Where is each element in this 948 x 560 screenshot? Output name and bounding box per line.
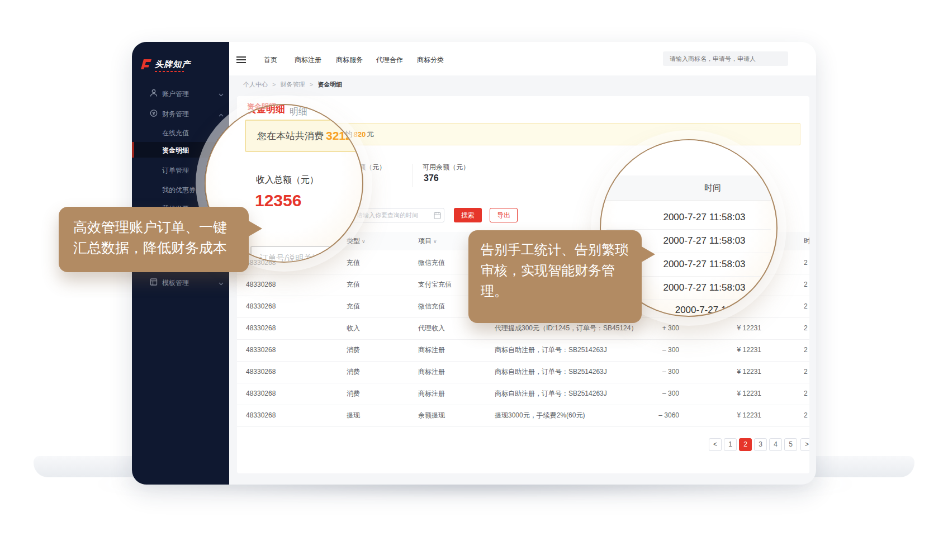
pagination-page-4[interactable]: 4 — [769, 438, 782, 451]
cell-type: 收入 — [347, 317, 360, 339]
top-header: 首页 商标注册 商标服务 代理合作 商标分类 — [229, 42, 816, 75]
cell-type: 消费 — [347, 339, 360, 361]
breadcrumb-separator: > — [272, 81, 276, 88]
search-button[interactable]: 搜索 — [454, 208, 482, 222]
callout-right-line1: 告别手工统计、告别繁琐 — [481, 239, 629, 260]
cell-order: 48330268 — [246, 405, 276, 426]
cell-type: 消费 — [347, 361, 360, 383]
cell-time: 2 — [804, 383, 808, 405]
nav-agency[interactable]: 代理合作 — [376, 55, 403, 65]
coin-icon — [150, 109, 158, 119]
cell-amount: + 300 — [634, 317, 679, 339]
cell-type: 充值 — [347, 252, 360, 274]
callout-right-line3: 理。 — [481, 281, 629, 301]
pagination-page-1[interactable]: 1 — [724, 438, 737, 451]
pagination-page-2[interactable]: 2 — [739, 438, 752, 451]
chevron-up-icon — [219, 111, 224, 118]
calendar-icon[interactable] — [434, 211, 441, 221]
magnified-tab-2: 明细 — [290, 106, 307, 118]
cell-amount: – 300 — [634, 339, 679, 361]
sidebar-item-finance[interactable]: 财务管理 — [132, 106, 229, 121]
cell-desc: 商标自助注册，订单号：SB2514263J — [495, 361, 607, 383]
sidebar-item-account[interactable]: 账户管理 — [132, 86, 229, 101]
col-project-header[interactable]: 项目∨ — [418, 232, 437, 251]
magnified-time-cell: 2000-7-27 11:58:03 — [634, 206, 774, 229]
nav-categories[interactable]: 商标分类 — [417, 55, 444, 65]
cell-project: 微信充值 — [418, 296, 445, 317]
date-input[interactable] — [350, 208, 444, 222]
export-button[interactable]: 导出 — [490, 208, 518, 222]
chevron-down-icon: ∨ — [362, 239, 366, 244]
sidebar-item-label: 资金明细 — [162, 146, 189, 155]
cell-order: 48330268 — [246, 274, 276, 296]
sidebar-item-label: 订单管理 — [162, 166, 189, 175]
breadcrumb-home[interactable]: 个人中心 — [243, 81, 268, 88]
page-canvas: 头牌知产 账户管理 财务管理 — [0, 0, 948, 560]
sidebar-item-recharge[interactable]: 在线充值 — [132, 125, 229, 140]
pagination-prev[interactable]: < — [709, 438, 722, 451]
nav-services[interactable]: 商标服务 — [336, 55, 363, 65]
brand-logo-icon — [140, 59, 152, 72]
cell-order: 48330268 — [246, 361, 276, 383]
cell-time: 2 — [804, 274, 808, 296]
sidebar-item-label: 财务管理 — [162, 110, 189, 119]
cell-balance: ¥ 12231 — [717, 383, 761, 405]
cell-type: 充值 — [347, 274, 360, 296]
table-row[interactable]: 48330268 消费 商标注册 商标自助注册，订单号：SB2514263J –… — [237, 383, 809, 405]
sidebar-item-templates[interactable]: 模板管理 — [132, 274, 229, 290]
chevron-down-icon — [219, 91, 224, 98]
cell-time: 2 — [804, 296, 808, 317]
table-row[interactable]: 48330268 消费 商标注册 商标自助注册，订单号：SB2514263J –… — [237, 361, 809, 383]
magnified-time-cell: 2000-7-27 11:58:03 — [634, 253, 774, 276]
magnified-income-value: 12356 — [255, 191, 301, 210]
sidebar-item-label: 账户管理 — [162, 89, 189, 99]
pagination-next[interactable]: > — [800, 438, 809, 451]
menu-icon[interactable] — [236, 56, 246, 63]
magnified-notice-text: 您在本站共消费 — [257, 130, 324, 143]
cell-order: 48330268 — [246, 383, 276, 405]
notice-amount: 820 — [354, 130, 366, 139]
cell-desc: 提现3000元，手续费2%(60元) — [495, 405, 585, 426]
cell-time: 2 — [804, 339, 808, 361]
breadcrumb: 个人中心 > 财务管理 > 资金明细 — [229, 75, 816, 94]
cell-order: 48330268 — [246, 339, 276, 361]
table-row[interactable]: 48330268 提现 余额提现 提现3000元，手续费2%(60元) – 30… — [237, 405, 809, 427]
table-row[interactable]: 48330268 消费 商标注册 商标自助注册，订单号：SB2514263J –… — [237, 339, 809, 362]
cell-balance: ¥ 12231 — [717, 339, 761, 361]
cell-time: 2 — [804, 252, 808, 274]
cell-time: 2 — [804, 317, 808, 339]
nav-register[interactable]: 商标注册 — [295, 55, 321, 65]
callout-left: 高效管理账户订单、一键 汇总数据，降低财务成本 — [59, 207, 249, 272]
chevron-down-icon: ∨ — [433, 239, 437, 244]
callout-left-line2: 汇总数据，降低财务成本 — [73, 238, 234, 258]
breadcrumb-section[interactable]: 财务管理 — [281, 81, 305, 88]
cell-balance: ¥ 12231 — [717, 405, 761, 426]
col-type-header[interactable]: 类型∨ — [347, 232, 366, 251]
balance-value: 376 — [424, 173, 439, 183]
magnified-time-cell: 2000-7-27 11:58:03 — [634, 229, 774, 253]
cell-project: 商标注册 — [418, 383, 445, 405]
magnified-income-label: 收入总额（元） — [256, 174, 319, 186]
col-time-header: 时间 — [804, 232, 809, 250]
cell-type: 充值 — [347, 296, 360, 317]
brand-logo-text: 头牌知产 — [155, 59, 191, 70]
cell-type: 消费 — [347, 383, 360, 405]
balance-label: 可用余额（元） — [423, 163, 470, 172]
stat-divider — [413, 164, 413, 187]
pagination-page-5[interactable]: 5 — [784, 438, 797, 451]
nav-home[interactable]: 首页 — [264, 55, 277, 65]
cell-time: 2 — [804, 405, 808, 426]
cell-desc: 商标自助注册，订单号：SB2514263J — [495, 339, 607, 361]
cell-desc: 商标自助注册，订单号：SB2514263J — [495, 383, 607, 405]
cell-amount: – 3060 — [634, 405, 679, 426]
cell-balance: ¥ 12231 — [717, 361, 761, 383]
user-icon — [150, 89, 158, 99]
pagination-page-3[interactable]: 3 — [754, 438, 767, 451]
cell-order: 48330268 — [246, 296, 276, 317]
notice-text: 元 — [367, 129, 374, 139]
search-input[interactable] — [663, 51, 788, 66]
cell-balance: ¥ 12231 — [717, 317, 761, 339]
brand-logo[interactable]: 头牌知产 — [140, 59, 191, 72]
cell-project: 商标注册 — [418, 361, 445, 383]
cell-time: 2 — [804, 361, 808, 383]
